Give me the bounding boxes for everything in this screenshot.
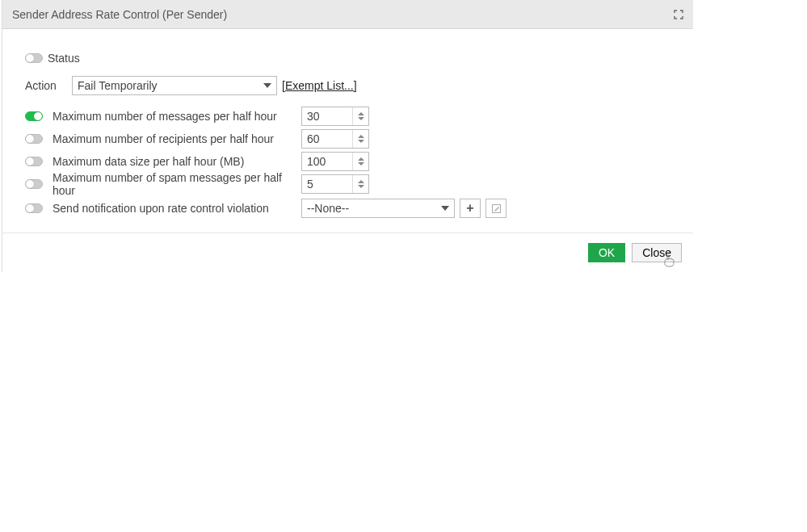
label-max-data-size: Maximum data size per half hour (MB) <box>53 155 244 168</box>
chevron-down-icon <box>263 83 271 88</box>
value-max-spam: 5 <box>302 175 352 193</box>
action-row: Action Fail Temporarily [Exempt List...] <box>25 74 693 97</box>
setting-max-messages: Maximum number of messages per half hour… <box>25 105 693 128</box>
exempt-list-link[interactable]: [Exempt List...] <box>282 79 357 92</box>
label-max-messages: Maximum number of messages per half hour <box>53 110 277 123</box>
stepper-icon[interactable] <box>352 130 368 148</box>
value-max-data-size: 100 <box>302 153 352 170</box>
setting-max-spam: Maximum number of spam messages per half… <box>25 173 693 195</box>
toggle-max-spam[interactable] <box>25 179 43 189</box>
action-select-value: Fail Temporarily <box>78 79 258 92</box>
expand-icon[interactable] <box>674 10 683 19</box>
setting-max-recipients: Maximum number of recipients per half ho… <box>25 128 693 150</box>
toggle-max-data-size[interactable] <box>25 157 43 166</box>
input-max-recipients[interactable]: 60 <box>301 129 369 149</box>
status-toggle[interactable] <box>25 53 43 63</box>
ok-button[interactable]: OK <box>588 243 625 262</box>
setting-max-data-size: Maximum data size per half hour (MB) 100 <box>25 150 693 173</box>
panel-footer: OK Close <box>2 232 693 272</box>
status-row: Status <box>25 47 693 69</box>
stepper-icon[interactable] <box>352 153 368 170</box>
input-max-messages[interactable]: 30 <box>301 107 369 126</box>
close-button[interactable]: Close <box>632 243 682 262</box>
input-max-spam[interactable]: 5 <box>301 174 369 194</box>
plus-icon: + <box>466 202 473 215</box>
toggle-notify[interactable] <box>25 203 43 213</box>
action-select[interactable]: Fail Temporarily <box>72 76 277 95</box>
stepper-icon[interactable] <box>352 175 368 193</box>
add-notification-button[interactable]: + <box>460 199 481 218</box>
setting-notify: Send notification upon rate control viol… <box>25 197 693 220</box>
toggle-max-messages[interactable] <box>25 111 43 121</box>
input-max-data-size[interactable]: 100 <box>301 152 369 171</box>
toggle-max-recipients[interactable] <box>25 134 43 144</box>
label-notify: Send notification upon rate control viol… <box>53 202 269 215</box>
edit-icon <box>491 203 502 214</box>
notify-select[interactable]: --None-- <box>301 199 455 218</box>
status-label: Status <box>48 52 80 65</box>
edit-notification-button[interactable] <box>485 199 506 218</box>
panel-body: Status Action Fail Temporarily [Exempt L… <box>2 29 693 232</box>
rate-control-panel: Sender Address Rate Control (Per Sender)… <box>2 0 693 272</box>
label-max-recipients: Maximum number of recipients per half ho… <box>53 132 274 145</box>
stepper-icon[interactable] <box>352 107 368 125</box>
chevron-down-icon <box>441 206 449 211</box>
label-max-spam: Maximum number of spam messages per half… <box>53 171 301 197</box>
action-label: Action <box>25 79 72 92</box>
panel-header: Sender Address Rate Control (Per Sender) <box>2 0 693 29</box>
notify-select-value: --None-- <box>307 202 436 215</box>
value-max-messages: 30 <box>302 107 352 125</box>
panel-title: Sender Address Rate Control (Per Sender) <box>12 8 227 21</box>
value-max-recipients: 60 <box>302 130 352 148</box>
